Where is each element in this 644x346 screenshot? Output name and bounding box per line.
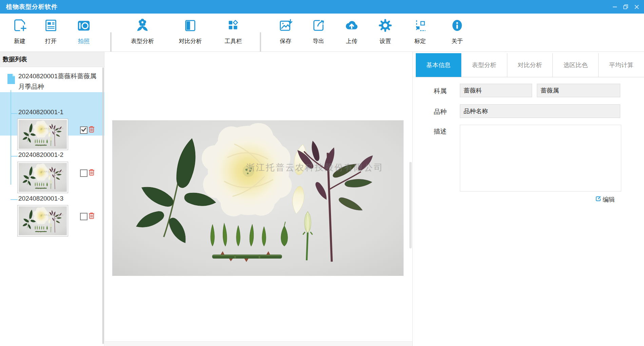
minimize-button[interactable] <box>609 0 620 14</box>
close-button[interactable] <box>631 0 642 14</box>
trash-icon <box>89 128 95 134</box>
cloud-upload-icon <box>336 18 367 35</box>
delete-sample-2-button[interactable] <box>89 169 95 177</box>
sidebar-item-dataset[interactable]: 20240820001蔷薇科蔷薇属月季品种 <box>18 71 102 92</box>
checkbox-sample-3[interactable] <box>80 213 87 220</box>
sidebar-item-sample-3[interactable]: 20240820001-3 <box>18 195 63 202</box>
tools-grid-icon <box>218 18 249 35</box>
toolbar-button-new[interactable]: 新建 <box>4 18 35 45</box>
toolbar-button-compare-analysis[interactable]: 对比分析 <box>175 18 206 45</box>
new-document-icon <box>4 18 35 35</box>
variety-label: 品种 <box>434 107 454 116</box>
tree-connector <box>11 113 18 114</box>
toolbar-button-save[interactable]: 保存 <box>270 18 301 45</box>
checkmark-icon <box>81 128 87 132</box>
genus-field[interactable] <box>537 84 620 97</box>
tab-basic-info[interactable]: 基本信息 <box>416 53 461 77</box>
sidebar-item-sample-2[interactable]: 20240820001-2 <box>18 151 63 159</box>
thumbnail-sample-2[interactable] <box>18 162 68 193</box>
toolbar-button-calibration[interactable]: 标定 <box>405 18 435 45</box>
toolbar-button-phenotype-analysis[interactable]: 表型分析 <box>127 18 158 45</box>
delete-sample-3-button[interactable] <box>89 212 95 221</box>
calibration-icon <box>405 18 435 35</box>
tree-connector <box>11 156 18 157</box>
maximize-button[interactable] <box>620 0 631 14</box>
thumbnail-sample-1[interactable] <box>18 119 68 150</box>
close-icon <box>635 5 639 9</box>
description-label: 描述 <box>434 127 454 136</box>
tab-compare-analysis[interactable]: 对比分析 <box>507 53 553 77</box>
application-window: 植物表型分析软件 新建 <box>0 0 644 346</box>
checkbox-sample-2[interactable] <box>80 169 87 177</box>
sidebar-data-list: 数据列表 20240820001蔷薇科蔷薇属月季品种 20240820001-1 <box>0 52 104 346</box>
tree-connector <box>11 199 18 200</box>
specimen-photo[interactable] <box>112 120 404 276</box>
toolbar-button-open[interactable]: 打开 <box>36 18 66 45</box>
toolbar-button-settings[interactable]: 设置 <box>370 18 401 45</box>
canvas-vertical-scrollbar[interactable] <box>409 162 412 248</box>
edit-pencil-icon <box>596 196 601 203</box>
delete-sample-1-button[interactable] <box>89 126 95 134</box>
camera-icon <box>69 18 99 35</box>
trash-icon <box>89 215 95 220</box>
save-image-icon <box>270 18 301 35</box>
family-genus-label: 科属 <box>434 87 454 96</box>
restore-icon <box>623 4 628 9</box>
toolbar-separator <box>260 32 261 52</box>
tab-region-color[interactable]: 选区比色 <box>552 53 598 77</box>
toolbar-separator <box>110 32 112 52</box>
sidebar-header: 数据列表 <box>0 52 104 67</box>
about-info-icon <box>442 18 472 35</box>
window-controls <box>609 0 642 14</box>
family-field[interactable] <box>460 84 532 97</box>
toolbar-button-upload[interactable]: 上传 <box>336 18 367 45</box>
thumbnail-sample-3[interactable] <box>18 205 68 236</box>
minimize-icon <box>612 4 617 9</box>
compare-panels-icon <box>175 18 206 35</box>
image-canvas <box>105 52 413 346</box>
tree-branch-line <box>11 90 11 185</box>
title-bar: 植物表型分析软件 <box>0 0 644 14</box>
variety-field[interactable] <box>460 104 620 118</box>
sidebar-item-sample-1[interactable]: 20240820001-1 <box>18 108 63 116</box>
dataset-file-icon <box>7 74 16 86</box>
trash-icon <box>89 171 95 177</box>
tab-phenotype-analysis[interactable]: 表型分析 <box>461 53 507 77</box>
sidebar-scrollbar[interactable] <box>102 67 104 344</box>
export-icon <box>303 18 334 35</box>
data-tree: 20240820001蔷薇科蔷薇属月季品种 20240820001-1 2024… <box>0 67 104 346</box>
checkbox-sample-1[interactable] <box>80 126 87 134</box>
edit-button[interactable]: 编辑 <box>596 196 615 204</box>
open-file-icon <box>36 18 66 35</box>
window-title: 植物表型分析软件 <box>6 0 58 14</box>
toolbar-button-toolbox[interactable]: 工具栏 <box>218 18 249 45</box>
tab-average-calc[interactable]: 平均计算 <box>598 53 644 77</box>
description-textarea[interactable] <box>460 125 621 191</box>
phenotype-flower-icon <box>127 18 158 35</box>
toolbar-button-export[interactable]: 导出 <box>303 18 334 45</box>
settings-gear-icon <box>370 18 401 35</box>
toolbar-button-about[interactable]: 关于 <box>442 18 472 45</box>
info-panel: 基本信息 表型分析 对比分析 选区比色 平均计算 科属 品种 描述 编辑 <box>413 52 644 346</box>
toolbar-button-capture[interactable]: 拍照 <box>69 18 99 45</box>
toolbar: 新建 打开 拍照 <box>0 14 644 52</box>
canvas-horizontal-scrollbar[interactable] <box>105 341 412 346</box>
panel-tabs: 基本信息 表型分析 对比分析 选区比色 平均计算 <box>416 53 644 77</box>
